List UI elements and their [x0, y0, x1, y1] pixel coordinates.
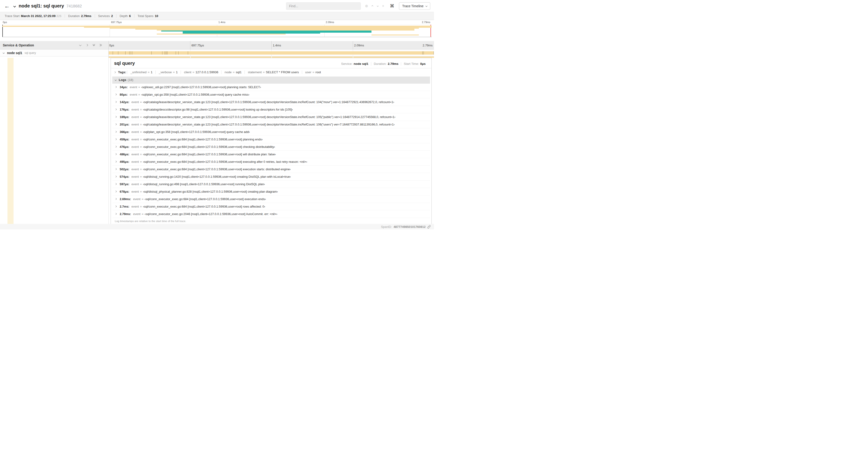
log-row[interactable]: 366μs:event=‹sql/plan_opt.go:358 [nsql1,… — [112, 128, 430, 136]
span-meta-label: Service: — [341, 62, 352, 66]
log-equals: = — [140, 145, 142, 149]
log-expand-chevron-icon[interactable] — [115, 101, 117, 103]
trace-summary-item: Total Spans10 — [134, 14, 161, 18]
log-event-tick — [151, 51, 152, 55]
log-timestamp: 597μs: — [120, 183, 129, 186]
log-field-key: event — [130, 93, 137, 96]
log-row[interactable]: 495μs:event=‹sql/conn_executor_exec.go:6… — [112, 158, 430, 166]
summary-value: 2.79ms — [81, 14, 91, 18]
log-equals: = — [140, 100, 142, 104]
find-input[interactable] — [286, 2, 361, 10]
log-expand-chevron-icon[interactable] — [115, 123, 117, 125]
span-detail-container: sql query Service:node sql1 Duration:2.7… — [109, 58, 434, 224]
minimap-tick-label: 1.4ms — [218, 21, 225, 24]
tag-item: _verbose=1 — [155, 70, 181, 74]
summary-label: Depth — [120, 14, 128, 18]
log-row[interactable]: 2.79ms:event=‹sql/conn_executor_exec.go:… — [112, 210, 430, 218]
span-collapse-chevron-icon[interactable] — [3, 52, 4, 54]
span-service-name: node sql1 — [7, 51, 22, 55]
expand-one-icon[interactable] — [86, 44, 88, 46]
clear-search-icon[interactable]: × — [382, 4, 384, 8]
log-field-value: ‹sql/catalog/descs/descriptor.go:98 [nsq… — [143, 108, 293, 111]
trace-summary-item: Trace StartMarch 31 2022, 17:25:09.326 — [1, 14, 65, 18]
timeline-tick-label: 2.09ms — [354, 43, 364, 47]
log-field-key: event — [133, 197, 141, 201]
log-expand-chevron-icon[interactable] — [115, 205, 117, 207]
log-expand-chevron-icon[interactable] — [115, 86, 117, 88]
minimap-canvas[interactable] — [2, 25, 432, 37]
collapse-all-icon[interactable] — [93, 44, 94, 46]
minimap-tick-label: 2.79ms — [422, 21, 430, 24]
log-row[interactable]: 176μs:event=‹sql/catalog/descs/descripto… — [112, 106, 430, 113]
log-row[interactable]: 597μs:event=‹sql/distsql_running.go:498 … — [112, 181, 430, 188]
log-row[interactable]: 2.7ms:event=‹sql/conn_executor_exec.go:6… — [112, 203, 430, 210]
log-field-key: event — [131, 145, 139, 149]
deep-link-icon[interactable] — [427, 225, 431, 229]
log-row[interactable]: 486μs:event=‹sql/conn_executor_exec.go:6… — [112, 151, 430, 158]
timeline-time-axis: 0μs 697.75μs 1.4ms 2.09ms 2.79ms — [109, 41, 434, 49]
log-field-value: ‹sql/exec_util.go:2297 [nsql1,client=127… — [141, 85, 261, 89]
log-expand-chevron-icon[interactable] — [115, 146, 117, 147]
summary-label: Duration — [68, 14, 80, 18]
back-button[interactable]: ← — [4, 3, 12, 9]
log-expand-chevron-icon[interactable] — [115, 116, 117, 118]
log-row[interactable]: 2.69ms:event=‹sql/conn_executor_exec.go:… — [112, 195, 430, 203]
log-event-tick — [113, 51, 113, 55]
log-expand-chevron-icon[interactable] — [115, 183, 117, 185]
log-timestamp: 476μs: — [120, 145, 129, 149]
log-timestamp: 678μs: — [120, 190, 129, 193]
trace-title: node sql1: sql query — [19, 3, 64, 8]
log-equals: = — [140, 190, 142, 193]
logs-header[interactable]: Logs (18) — [112, 76, 430, 84]
keyboard-shortcuts-button[interactable]: ⌘ — [389, 3, 396, 9]
log-row[interactable]: 201μs:event=‹sql/catalog/lease/descripto… — [112, 121, 430, 128]
next-match-icon[interactable] — [377, 5, 379, 7]
span-duration-bar[interactable] — [109, 51, 434, 55]
collapse-one-icon[interactable] — [79, 44, 82, 46]
span-row-name-cell[interactable]: node sql1 sql query — [0, 50, 109, 56]
log-equals: = — [140, 138, 142, 141]
expand-all-icon[interactable] — [100, 44, 101, 46]
log-expand-chevron-icon[interactable] — [115, 138, 117, 140]
tag-value: root — [315, 70, 321, 74]
log-row[interactable]: 142μs:event=‹sql/catalog/lease/descripto… — [112, 98, 430, 106]
span-detail-left-gutter — [0, 58, 109, 224]
log-field-value: ‹sql/catalog/lease/descriptor_version_st… — [143, 123, 395, 126]
log-expand-chevron-icon[interactable] — [115, 94, 117, 95]
log-field-value: ‹sql/distsql_running.go:1420 [nsql1,clie… — [143, 175, 291, 178]
tags-row[interactable]: Tags: _unfinished=1 _verbose=1 client=12… — [111, 68, 431, 76]
log-expand-chevron-icon[interactable] — [115, 153, 117, 155]
span-row[interactable]: node sql1 sql query — [0, 50, 434, 57]
log-expand-chevron-icon[interactable] — [115, 213, 117, 215]
span-meta-item: Duration:2.79ms — [371, 62, 401, 66]
trace-view-selector[interactable]: Trace Timeline — [399, 2, 430, 10]
log-event-tick — [424, 51, 424, 55]
log-row[interactable]: 459μs:event=‹sql/conn_executor_exec.go:6… — [112, 136, 430, 143]
log-expand-chevron-icon[interactable] — [115, 168, 117, 170]
span-detail-region: sql query Service:node sql1 Duration:2.7… — [0, 58, 434, 224]
log-row[interactable]: 189μs:event=‹sql/catalog/lease/descripto… — [112, 113, 430, 121]
log-timestamp: 189μs: — [120, 115, 129, 119]
log-expand-chevron-icon[interactable] — [115, 131, 117, 133]
previous-match-icon[interactable] — [371, 5, 373, 7]
log-row[interactable]: 574μs:event=‹sql/distsql_running.go:1420… — [112, 173, 430, 181]
zoom-to-match-icon[interactable]: ⊕ — [365, 4, 368, 8]
log-expand-chevron-icon[interactable] — [115, 176, 117, 177]
log-row[interactable]: 34μs:event=‹sql/exec_util.go:2297 [nsql1… — [112, 84, 430, 91]
tags-expand-chevron-icon[interactable] — [114, 71, 116, 73]
log-event-tick — [132, 51, 132, 55]
log-expand-chevron-icon[interactable] — [115, 161, 117, 163]
log-field-key: event — [131, 108, 139, 111]
log-row[interactable]: 678μs:event=‹sql/distsql_physical_planne… — [112, 188, 430, 195]
collapse-trace-chevron-icon[interactable] — [13, 4, 16, 8]
log-expand-chevron-icon[interactable] — [115, 198, 117, 200]
logs-collapse-chevron-icon[interactable] — [115, 79, 117, 81]
span-row-timeline-cell[interactable] — [109, 50, 434, 56]
log-expand-chevron-icon[interactable] — [115, 191, 117, 192]
trace-summary-bar: Trace StartMarch 31 2022, 17:25:09.326 D… — [0, 12, 434, 20]
log-row[interactable]: 80μs:event=‹sql/plan_opt.go:358 [nsql1,c… — [112, 91, 430, 98]
log-timestamp: 176μs: — [120, 108, 129, 111]
log-row[interactable]: 476μs:event=‹sql/conn_executor_exec.go:6… — [112, 143, 430, 151]
log-expand-chevron-icon[interactable] — [115, 108, 117, 110]
log-row[interactable]: 502μs:event=‹sql/conn_executor_exec.go:6… — [112, 166, 430, 173]
